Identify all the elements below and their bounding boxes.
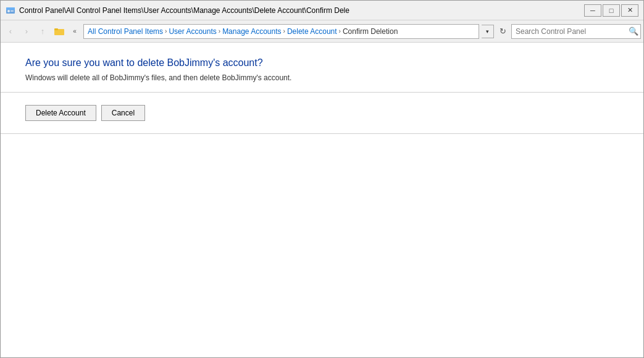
breadcrumb-item-3[interactable]: Manage Accounts <box>222 27 281 36</box>
breadcrumb-item-1[interactable]: All Control Panel Items <box>88 27 163 36</box>
folder-icon <box>52 24 66 39</box>
forward-button[interactable]: › <box>19 24 34 39</box>
action-bar: Delete Account Cancel <box>1 93 643 134</box>
svg-rect-6 <box>54 28 58 30</box>
search-bar: 🔍 <box>511 24 641 39</box>
title-bar: Control Panel\All Control Panel Items\Us… <box>1 1 643 20</box>
breadcrumb-item-4[interactable]: Delete Account <box>287 27 337 36</box>
main-window: Control Panel\All Control Panel Items\Us… <box>0 0 644 358</box>
breadcrumb-sep-4: › <box>339 28 341 35</box>
delete-account-button[interactable]: Delete Account <box>25 105 96 121</box>
breadcrumb-sep-3: › <box>283 28 285 35</box>
up-button[interactable]: ↑ <box>35 24 50 39</box>
content-header: Are you sure you want to delete BobJimmy… <box>1 43 643 93</box>
content-area: Are you sure you want to delete BobJimmy… <box>1 43 643 357</box>
search-button[interactable]: 🔍 <box>627 25 640 38</box>
nav-bar: ‹ › ↑ « All Control Panel Items › User A… <box>1 20 643 43</box>
breadcrumb-sep-1: › <box>165 28 167 35</box>
refresh-button[interactable]: ↻ <box>495 24 510 39</box>
back-button[interactable]: ‹ <box>3 24 18 39</box>
breadcrumb-bar: All Control Panel Items › User Accounts … <box>83 24 479 39</box>
window-icon <box>6 6 15 15</box>
svg-rect-1 <box>6 7 15 10</box>
minimize-button[interactable]: ─ <box>584 4 601 17</box>
cancel-button[interactable]: Cancel <box>101 105 145 121</box>
close-button[interactable]: ✕ <box>621 4 638 17</box>
svg-point-2 <box>7 10 10 12</box>
svg-rect-3 <box>10 10 14 12</box>
confirm-description: Windows will delete all of BobJimmy's fi… <box>25 73 619 82</box>
title-bar-text: Control Panel\All Control Panel Items\Us… <box>19 6 584 15</box>
breadcrumb-current: Confirm Deletion <box>343 27 398 36</box>
breadcrumb-dropdown-button[interactable]: ▾ <box>482 25 494 38</box>
breadcrumb-sep-2: › <box>219 28 220 35</box>
breadcrumb-back-button[interactable]: « <box>69 24 81 39</box>
empty-area <box>1 134 643 357</box>
title-bar-controls: ─ □ ✕ <box>584 4 638 17</box>
maximize-button[interactable]: □ <box>603 4 620 17</box>
search-input[interactable] <box>512 27 627 36</box>
breadcrumb-item-2[interactable]: User Accounts <box>169 27 216 36</box>
confirm-title: Are you sure you want to delete BobJimmy… <box>25 57 619 69</box>
